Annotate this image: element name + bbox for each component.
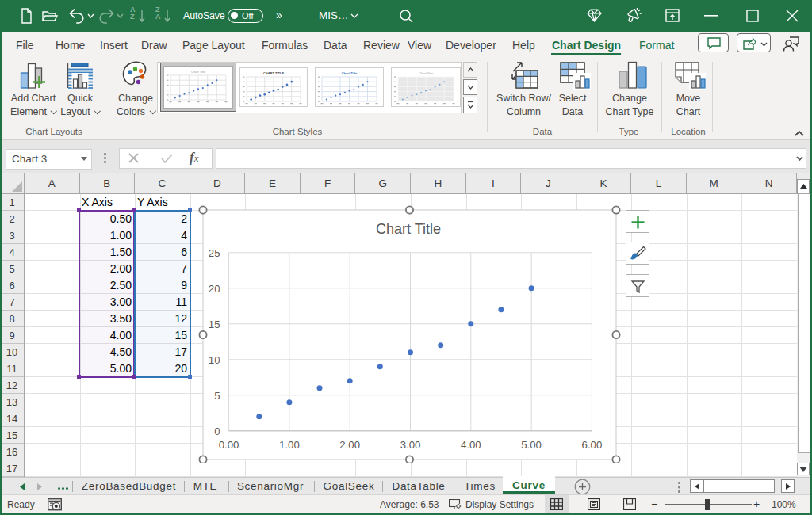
- svg-text:5: 5: [214, 390, 220, 402]
- svg-text:CHART TITLE: CHART TITLE: [263, 71, 285, 75]
- svg-text:10: 10: [209, 354, 220, 366]
- svg-text:20: 20: [209, 283, 220, 295]
- svg-text:25: 25: [209, 247, 220, 259]
- svg-text:2.00: 2.00: [339, 439, 360, 451]
- svg-text:Chart Title: Chart Title: [419, 71, 434, 75]
- svg-text:5.00: 5.00: [521, 439, 542, 451]
- svg-text:6.00: 6.00: [582, 439, 603, 451]
- svg-text:3.00: 3.00: [400, 439, 421, 451]
- svg-text:1.00: 1.00: [279, 439, 300, 451]
- svg-text:Chart Title: Chart Title: [342, 71, 358, 75]
- svg-text:Chart Title: Chart Title: [191, 70, 206, 74]
- svg-text:0.00: 0.00: [219, 439, 239, 451]
- svg-text:4.00: 4.00: [461, 439, 481, 451]
- svg-text:0: 0: [214, 425, 220, 437]
- svg-text:15: 15: [209, 319, 220, 330]
- svg-text:Chart Title: Chart Title: [376, 221, 441, 237]
